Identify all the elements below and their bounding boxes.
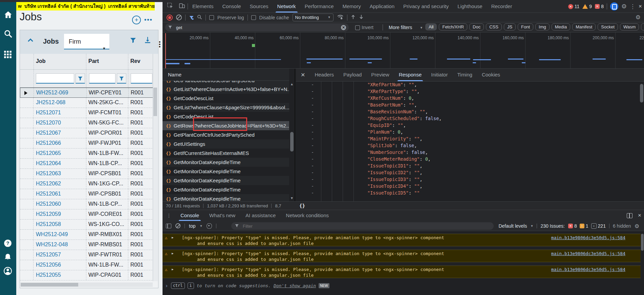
job-link[interactable]: H2512059	[36, 211, 61, 217]
request-row[interactable]: {}GetUISettings	[163, 139, 290, 149]
network-filter-box[interactable]: ✕	[165, 23, 349, 31]
network-search-icon[interactable]	[197, 15, 202, 21]
fold-marker-icon[interactable]: -	[311, 183, 314, 189]
col-job[interactable]: Job	[36, 58, 45, 64]
job-link[interactable]: H2512064	[36, 160, 61, 166]
type-pill-manifest[interactable]: Manifest	[572, 23, 596, 30]
job-link[interactable]: H2512058	[36, 221, 61, 227]
job-link[interactable]: H2512071	[36, 110, 61, 116]
type-pill-other[interactable]: Other	[641, 23, 644, 30]
job-link[interactable]: WH2512-048	[36, 242, 68, 248]
warning-badge-icon[interactable]	[582, 4, 588, 9]
panel-filter-icon[interactable]	[130, 37, 136, 45]
devtools-menu-kebab-icon[interactable]: ⋮	[630, 3, 636, 10]
col-rev[interactable]: Rev	[130, 58, 140, 64]
scroll-up-icon[interactable]: ▲	[290, 82, 294, 86]
settings-gear-icon[interactable]: ⚙	[621, 3, 627, 10]
fold-marker-icon[interactable]: -	[311, 176, 314, 183]
console-sidebar-toggle-icon[interactable]	[166, 224, 171, 228]
issue-badge-error[interactable]: ✕8	[568, 223, 577, 229]
fold-marker-icon[interactable]: -	[311, 142, 314, 149]
job-link[interactable]: H2512065	[36, 150, 61, 156]
split-panel-icon[interactable]	[627, 213, 632, 218]
scroll-down-icon[interactable]: ▼	[290, 196, 294, 200]
jobs-horizontal-scrollbar[interactable]	[21, 282, 153, 287]
fold-marker-icon[interactable]: -	[311, 81, 314, 88]
detail-tab-timing[interactable]: Timing	[452, 69, 477, 81]
detail-tab-cookies[interactable]: Cookies	[477, 69, 505, 81]
fold-marker-icon[interactable]: -	[311, 95, 314, 101]
dont-show-again-link[interactable]: Don't show again	[274, 283, 316, 288]
table-row[interactable]: H2512064WN-1LB-CP...R001	[20, 159, 153, 169]
table-row[interactable]: WH2512-069WIP-CPEY01R001	[20, 88, 153, 98]
table-row[interactable]: H2512061WIP-CPSB01R001	[20, 189, 153, 199]
col-part[interactable]: Part	[88, 58, 99, 64]
type-pill-socket[interactable]: Socket	[598, 23, 618, 30]
device-toolbar-icon[interactable]	[176, 3, 188, 10]
type-pill-js[interactable]: JS	[504, 23, 516, 30]
table-row[interactable]: H2512057WIP-FWTR01R001	[20, 250, 153, 260]
throttling-dropdown[interactable]: No throttling ▼	[293, 14, 334, 21]
type-pill-all[interactable]: All	[425, 23, 437, 30]
type-pill-font[interactable]: Font	[518, 23, 533, 30]
fold-marker-icon[interactable]: -	[311, 122, 314, 129]
console-warning-message[interactable]: ⚠▶[ngx-spinner]: Property "type" is miss…	[163, 234, 641, 246]
request-name-column-header[interactable]: Name	[163, 69, 295, 81]
drawer-tab-ai-assistance[interactable]: AI assistance	[240, 210, 281, 221]
log-levels-dropdown[interactable]: Default levels	[498, 223, 527, 229]
type-pill-media[interactable]: Media	[552, 23, 570, 30]
issue-badge-warning[interactable]: !1	[580, 223, 588, 229]
error-badge-icon[interactable]: ✕	[568, 4, 573, 9]
devtools-close-icon[interactable]: ×	[639, 3, 642, 10]
download-icon[interactable]	[144, 36, 151, 45]
job-link[interactable]: WH2512-069	[36, 90, 68, 96]
network-filter-toggle-icon[interactable]	[189, 15, 194, 20]
export-har-icon[interactable]	[359, 14, 364, 21]
inspect-element-icon[interactable]	[163, 3, 176, 10]
console-warning-message[interactable]: ⚠▶[ngx-spinner]: Property "type" is miss…	[163, 266, 641, 278]
job-link[interactable]: H2512067	[36, 130, 61, 136]
home-icon[interactable]	[3, 10, 13, 20]
job-filter-input[interactable]	[36, 73, 74, 84]
part-filter-input[interactable]	[89, 73, 115, 84]
fold-marker-icon[interactable]: -	[311, 101, 314, 108]
devtools-tab-elements[interactable]: Elements	[188, 0, 218, 13]
devtools-tab-lighthouse[interactable]: Lighthouse	[453, 0, 487, 13]
job-link[interactable]: H2512070	[36, 120, 61, 126]
more-filters-label[interactable]: More filters	[389, 25, 412, 30]
fold-marker-icon[interactable]: -	[311, 189, 314, 196]
source-link[interactable]: main.b13e9806dc3e50d5.js:584	[551, 267, 625, 272]
response-json-view[interactable]: -"XRefPartNum": "",-"XRefPartType": "",-…	[296, 81, 639, 201]
request-row[interactable]: {}GetMonitorDataKeepIdleTime	[163, 167, 290, 176]
drawer-tab-network-conditions[interactable]: Network conditions	[281, 210, 334, 221]
type-pill-doc[interactable]: Doc	[469, 23, 484, 30]
fold-marker-icon[interactable]: -	[311, 115, 314, 122]
table-row[interactable]: H2512062WN-1KG-CP...R001	[20, 179, 153, 189]
record-network-log-icon[interactable]	[167, 15, 173, 21]
import-har-icon[interactable]	[351, 14, 356, 21]
request-row[interactable]: {}GetList?whereClause=&pageSize=999999&a…	[163, 103, 290, 112]
request-row[interactable]: {}GetMonitorDataKeepIdleTime	[163, 176, 290, 185]
devtools-tab-recorder[interactable]: Recorder	[487, 0, 517, 13]
devtools-tab-application[interactable]: Application	[365, 0, 399, 13]
fold-marker-icon[interactable]: -	[311, 169, 314, 176]
add-job-button[interactable]: +	[132, 16, 141, 24]
disable-cache-checkbox[interactable]	[251, 15, 256, 20]
request-row[interactable]: {}GetMonitorDataKeepIdleTime	[163, 158, 290, 167]
expand-caret-icon[interactable]: ▶	[172, 235, 173, 241]
request-row-clipped[interactable]: {}GetPlantConfCtrlUse3rdPartySched	[163, 81, 290, 85]
source-link[interactable]: main.b13e9806dc3e50d5.js:584	[551, 235, 625, 241]
fold-marker-icon[interactable]: -	[311, 156, 314, 162]
devtools-tab-sources[interactable]: Sources	[245, 0, 273, 13]
table-row[interactable]: H2512066WIP-FWJP01R001	[20, 138, 153, 149]
clear-network-log-icon[interactable]	[176, 15, 182, 20]
expand-caret-icon[interactable]: ▶	[172, 267, 173, 272]
devtools-tab-network[interactable]: Network	[273, 0, 300, 13]
network-conditions-icon[interactable]	[337, 14, 344, 21]
type-pill-fetch-xhr[interactable]: Fetch/XHR	[439, 23, 467, 30]
collapse-chevron-icon[interactable]	[27, 38, 34, 44]
table-row[interactable]: H2512058WS-1KG-CO...R001	[20, 220, 153, 230]
preserve-log-checkbox[interactable]	[209, 15, 214, 20]
table-row[interactable]: H2512065WN-1LB-FW...R001	[20, 149, 153, 159]
issue-badge-info[interactable]: ≡221	[591, 223, 606, 229]
